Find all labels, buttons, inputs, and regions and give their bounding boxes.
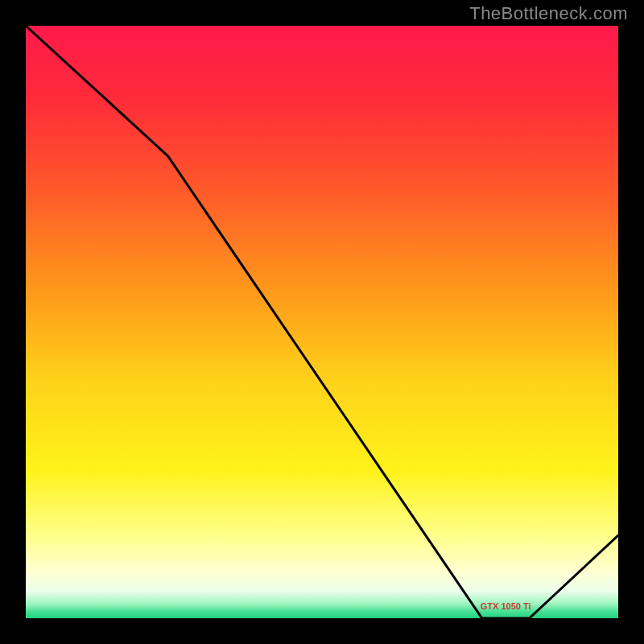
- series-annotation: GTX 1050 Ti: [481, 601, 531, 611]
- data-curve: [26, 26, 618, 618]
- watermark-text: TheBottleneck.com: [469, 3, 628, 24]
- plot-area: GTX 1050 Ti: [26, 26, 618, 618]
- chart-container: TheBottleneck.com GTX 1050 Ti: [0, 0, 644, 644]
- chart-line-layer: GTX 1050 Ti: [26, 26, 618, 618]
